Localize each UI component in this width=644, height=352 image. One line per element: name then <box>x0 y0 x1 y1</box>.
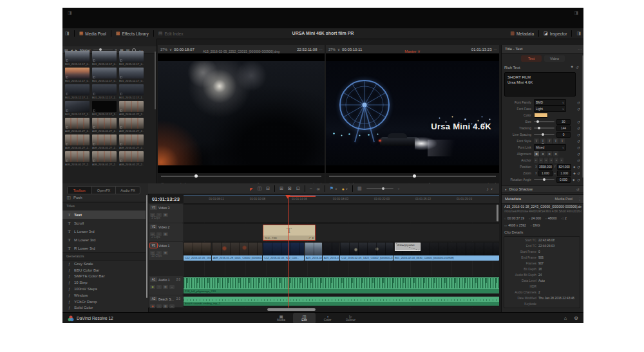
chevron-down-icon[interactable]: ∨ <box>491 187 493 190</box>
track-lock-icon[interactable]: ▫ <box>156 285 162 289</box>
snapping-icon[interactable]: ~ <box>310 187 312 191</box>
metadata-button[interactable]: ▥Metadata <box>510 31 534 36</box>
timeline-horizontal-scrollbar[interactable] <box>267 308 316 311</box>
effects-item[interactable]: TScroll <box>62 219 146 227</box>
audio-2-lane[interactable]: beach sounds ending_trip_1 <box>184 295 499 307</box>
effects-item[interactable]: ƒSMPTE Color Bar <box>62 273 146 280</box>
media-thumbnail[interactable]: ◫A08_2016-01-27_2... <box>92 118 117 133</box>
overwrite-clip-icon[interactable]: ⊠ <box>288 186 292 191</box>
track-badge[interactable]: A2 <box>150 297 157 301</box>
style-subscript-icon[interactable]: T <box>560 138 565 144</box>
media-thumbnail[interactable]: ◫B01_2015-12-17_1... <box>65 84 90 99</box>
track-fader-icon[interactable]: ↔ <box>169 285 175 289</box>
anchor-icon[interactable]: ▫ <box>534 158 538 163</box>
reset-icon[interactable]: ↺ <box>577 165 580 169</box>
keyframe-icon[interactable]: ◆ <box>573 178 574 181</box>
timeline-ruler[interactable]: 01:01:06:1101:01:10:0801:01:14:0601:01:1… <box>184 195 499 204</box>
timeline-viewer-scrubber[interactable] <box>326 174 499 179</box>
monitor-icon-left[interactable]: ◨ <box>68 10 72 15</box>
anchor-icon[interactable]: ▫ <box>560 158 564 163</box>
video-2-lane[interactable]: T Text - Title ↗● <box>184 223 499 241</box>
effects-item[interactable]: ◫ Push <box>62 194 148 201</box>
page-edit[interactable]: ◫Edit <box>293 313 316 323</box>
playhead[interactable] <box>288 195 289 308</box>
position-x-value[interactable]: 3558.000 <box>538 164 553 170</box>
chevron-down-icon[interactable]: ∨ <box>335 187 337 190</box>
video-3-lane[interactable] <box>184 204 499 223</box>
inspector-button[interactable]: ◪Inspector <box>544 31 567 36</box>
line-spacing-slider[interactable] <box>534 134 554 135</box>
audio-clip-a1[interactable]: 218_full_pilgrimage_219 <box>184 277 499 293</box>
keyframe-icon[interactable]: ◆ <box>573 165 575 169</box>
cross-dissolve-transition[interactable]: Cross Dissolve <box>395 243 421 251</box>
audio-meters-icon[interactable]: ♪ <box>486 187 489 191</box>
dual-screen-toggle[interactable]: ◨ <box>65 31 70 36</box>
align-right-icon[interactable]: ≡ <box>547 151 552 156</box>
effects-item[interactable]: ƒGrey Scale <box>62 261 146 267</box>
media-thumbnail[interactable]: ◫B01_2015-12-17_0... <box>119 68 144 82</box>
selection-tool-icon[interactable]: ◤ <box>250 187 253 191</box>
timeline-clip[interactable]: C12_2016-02-05_1422_C0002_[000000-210815… <box>340 243 393 261</box>
anchor-icon[interactable]: ▫ <box>554 158 558 163</box>
media-thumbnail[interactable]: ◫A08_2016-01-27_2... <box>119 134 144 149</box>
track-mute-icon[interactable]: ◉ <box>150 304 155 308</box>
reset-icon[interactable]: ↺ <box>577 145 580 150</box>
title-clip[interactable]: T Text - Title ↗● <box>263 225 316 241</box>
tracking-slider[interactable] <box>534 127 554 129</box>
media-thumbnail[interactable]: ◫A08_2016-01-27_2... <box>119 101 144 116</box>
razor-tool-icon[interactable]: ⊟ <box>266 186 270 191</box>
drop-shadow-section[interactable]: ● Drop Shadow ↺ <box>502 185 583 193</box>
zoom-fit-icon[interactable]: ○ <box>398 187 400 190</box>
effects-item[interactable]: TText <box>62 210 146 219</box>
metadata-source-select[interactable]: Media Pool <box>554 195 573 203</box>
font-link-select[interactable]: Mixed∨ <box>534 144 566 151</box>
track-autoselect-icon[interactable]: ▦ <box>163 213 168 217</box>
keyframe-icon[interactable]: ◆ <box>573 172 575 175</box>
tab-audiofx[interactable]: Audio FX <box>116 187 140 194</box>
track-header[interactable]: V1Video 1▭▫▦10 Clips <box>149 242 183 260</box>
effects-library-button[interactable]: ▩Effects Library <box>116 31 149 36</box>
media-thumbnail[interactable]: ◫A08_2016-01-27_2... <box>119 151 144 166</box>
anchor-icon[interactable]: ▫ <box>544 158 548 163</box>
reset-icon[interactable]: ↺ <box>576 65 579 69</box>
tab-openfx[interactable]: OpenFX <box>92 187 117 194</box>
keyframe-icon[interactable]: ◆ <box>571 65 573 69</box>
timeline-view-icon[interactable]: ▥ <box>357 186 362 191</box>
media-thumbnail[interactable]: ◫B01_2015-12-17_1... <box>92 101 117 116</box>
media-thumbnail[interactable]: ◫B01_2015-12-17_0... <box>92 51 117 66</box>
zoom-x-value[interactable]: 1.000 <box>538 171 553 176</box>
size-slider[interactable] <box>534 121 554 122</box>
anchor-icon[interactable]: ▫ <box>549 158 553 163</box>
track-autoselect-icon[interactable]: ▦ <box>163 232 168 236</box>
rich-text-input[interactable]: SHORT FILM Ursa Mini 4.6K <box>504 72 576 97</box>
page-deliver[interactable]: ▷Deliver <box>339 313 362 323</box>
font-face-select[interactable]: Light∨ <box>534 106 566 112</box>
style-italic-icon[interactable]: T <box>547 138 552 144</box>
timeline-scrubber-handle[interactable] <box>413 174 416 178</box>
timeline-vertical-scrollbar[interactable] <box>497 205 498 221</box>
timeline-clip[interactable]: A15_2016-0... <box>323 243 339 261</box>
edit-index-button[interactable]: ▤Edit Index <box>158 31 184 36</box>
tab-toolbox[interactable]: Toolbox <box>68 187 92 194</box>
timeline-zoom-slider[interactable] <box>366 188 393 189</box>
media-thumbnail[interactable]: ◫B01_2015-12-17_1... <box>92 84 117 99</box>
audio-track-header[interactable]: A2Beach S...2.0◉▫▦↔ <box>149 295 183 307</box>
track-autoselect-icon[interactable]: ▦ <box>163 285 168 289</box>
effects-item[interactable]: TM Lower 3rd <box>62 236 146 244</box>
tracking-value[interactable]: 144 <box>556 125 571 131</box>
source-scrubber[interactable] <box>158 174 325 179</box>
settings-gear-icon[interactable]: ⚙ <box>574 315 578 321</box>
insert-clip-icon[interactable]: ⊞ <box>279 186 283 191</box>
track-autoselect-icon[interactable]: ▦ <box>163 251 168 255</box>
effects-scrollbar[interactable] <box>146 195 148 298</box>
link-clips-icon[interactable]: ∞ <box>317 187 320 191</box>
flag-button[interactable]: ⚑ <box>330 186 334 191</box>
track-badge[interactable]: V1 <box>150 243 157 248</box>
project-manager-icon[interactable]: ⌂ <box>564 315 567 321</box>
track-badge[interactable]: A1 <box>150 277 157 282</box>
reset-icon[interactable]: ↺ <box>577 171 580 176</box>
style-underline-icon[interactable]: T <box>540 138 545 144</box>
effects-item[interactable]: TR Lower 3rd <box>62 244 146 252</box>
style-superscript-icon[interactable]: T <box>553 138 558 144</box>
media-thumbnail[interactable]: ◫A08_2016-01-27_2... <box>119 118 144 133</box>
